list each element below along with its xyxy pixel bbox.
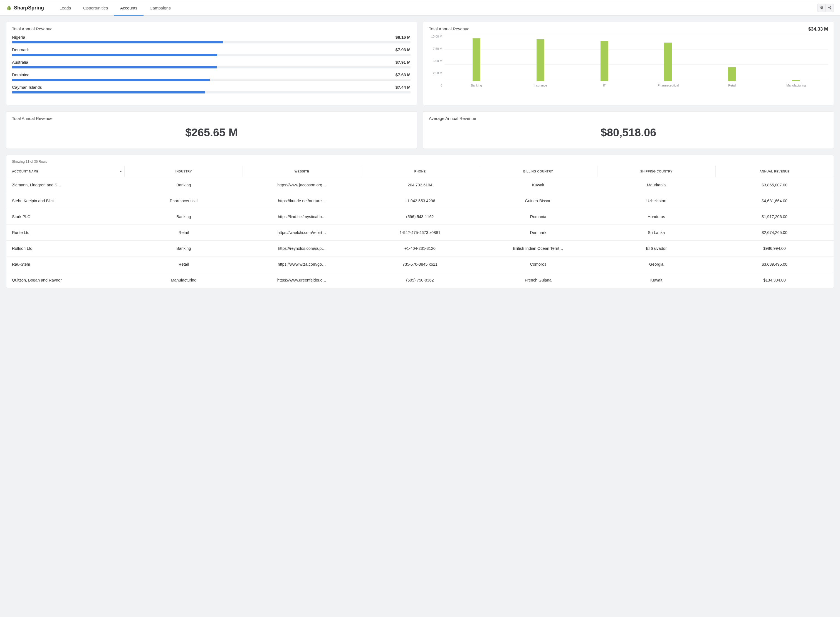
table-cell: $3,865,007.00 [715, 177, 834, 193]
toolbar-buttons [817, 4, 834, 12]
bar [728, 67, 736, 81]
table-cell: Stark PLC [6, 209, 125, 225]
bar-label: Pharmaceutical [657, 84, 679, 87]
share-icon [828, 6, 832, 10]
svg-line-10 [829, 8, 830, 9]
table-cell: https://kunde.net/nurture… [243, 193, 361, 209]
table-cell: 1-942-475-4673 x0881 [361, 225, 479, 241]
table-row[interactable]: Stehr, Koelpin and BlickPharmaceuticalht… [6, 193, 834, 209]
y-tick: 2.50 M [433, 71, 442, 75]
bar [664, 43, 672, 81]
progress-bar [12, 66, 411, 68]
svg-line-9 [829, 7, 830, 7]
table-cell: El Salvador [597, 241, 715, 257]
avg-revenue-card: Average Annual Revenue $80,518.06 [423, 111, 834, 149]
industry-revenue-card: Total Annual Revenue $34.33 M 10.00 M7.5… [423, 22, 834, 105]
bar-retail: Retail [700, 35, 764, 87]
table-cell: Mauritania [597, 177, 715, 193]
bar-chart: 10.00 M7.50 M5.00 M2.50 M0 BankingInsura… [429, 35, 828, 93]
bar-it: IT [572, 35, 637, 87]
progress-bar [12, 41, 411, 43]
table-cell: Ziemann, Lindgren and S… [6, 177, 125, 193]
country-row: Cayman Islands$7.44 M [12, 85, 411, 93]
card-title: Average Annual Revenue [429, 116, 828, 121]
table-cell: +1-404-231-3120 [361, 241, 479, 257]
table-cell: $3,689,495.00 [715, 257, 834, 272]
table-cell: Runte Ltd [6, 225, 125, 241]
logo[interactable]: SharpSpring [6, 5, 44, 11]
country-name: Nigeria [12, 35, 25, 40]
table-cell: Manufacturing [125, 272, 243, 288]
column-header[interactable]: ANNUAL REVENUE [715, 166, 834, 177]
plot-area: BankingInsuranceITPharmaceuticalRetailMa… [445, 35, 828, 93]
table-row[interactable]: Runte LtdRetailhttps://waelchi.com/rebir… [6, 225, 834, 241]
bar-banking: Banking [445, 35, 508, 87]
country-value: $7.63 M [395, 72, 411, 77]
metric-value: $80,518.06 [429, 121, 828, 144]
table-meta: Showing 11 of 35 Rows [6, 155, 834, 166]
nav-left: SharpSpring LeadsOpportunitiesAccountsCa… [6, 0, 177, 16]
bar-label: Insurance [534, 84, 547, 87]
country-name: Dominica [12, 72, 29, 77]
table-cell: (605) 750-0362 [361, 272, 479, 288]
table-cell: Rau-Stehr [6, 257, 125, 272]
y-tick: 7.50 M [433, 47, 442, 50]
table-row[interactable]: Rolfson LtdBankinghttps://reynolds.com/s… [6, 241, 834, 257]
sort-caret-icon: ▾ [120, 170, 122, 173]
progress-bar [12, 91, 411, 93]
table-cell: Retail [125, 225, 243, 241]
progress-bar [12, 79, 411, 81]
table-row[interactable]: Stark PLCBankinghttps://lind.biz/mystica… [6, 209, 834, 225]
table-cell: $4,631,664.00 [715, 193, 834, 209]
card-title: Total Annual Revenue [12, 27, 411, 31]
column-header[interactable]: BILLING COUNTRY [479, 166, 597, 177]
table-cell: Pharmaceutical [125, 193, 243, 209]
table-cell: 204.793.6104 [361, 177, 479, 193]
total-revenue-card: Total Annual Revenue $265.65 M [6, 111, 417, 149]
bar-label: IT [603, 84, 606, 87]
svg-point-4 [821, 8, 822, 9]
table-cell: British Indian Ocean Territ… [479, 241, 597, 257]
nav-tab-campaigns[interactable]: Campaigns [143, 1, 177, 16]
table-row[interactable]: Quitzon, Bogan and RaynorManufacturinght… [6, 272, 834, 288]
column-header[interactable]: INDUSTRY [125, 166, 243, 177]
column-header[interactable]: PHONE [361, 166, 479, 177]
column-header[interactable]: WEBSITE [243, 166, 361, 177]
column-header[interactable]: ACCOUNT NAME▾ [6, 166, 125, 177]
table-cell: French Guiana [479, 272, 597, 288]
table-cell: Comoros [479, 257, 597, 272]
card-title: Total Annual Revenue [12, 116, 411, 121]
table-cell: Retail [125, 257, 243, 272]
country-list[interactable]: Nigeria$8.16 MDenmark$7.93 MAustralia$7.… [12, 35, 414, 105]
column-header[interactable]: SHIPPING COUNTRY [597, 166, 715, 177]
table-row[interactable]: Rau-StehrRetailhttps://www.wiza.com/go…7… [6, 257, 834, 272]
country-row: Dominica$7.63 M [12, 72, 411, 81]
y-tick: 5.00 M [433, 59, 442, 63]
table-cell: https://www.jacobson.org… [243, 177, 361, 193]
country-value: $7.44 M [395, 85, 411, 90]
settings-button[interactable] [817, 4, 825, 12]
accounts-table-card: Showing 11 of 35 Rows ACCOUNT NAME▾INDUS… [6, 155, 834, 288]
y-axis: 10.00 M7.50 M5.00 M2.50 M0 [429, 35, 445, 93]
svg-point-3 [820, 7, 820, 7]
table-cell: Banking [125, 209, 243, 225]
nav-tab-opportunities[interactable]: Opportunities [77, 1, 114, 16]
country-name: Denmark [12, 47, 29, 52]
nav-tab-leads[interactable]: Leads [53, 1, 77, 16]
bar [536, 39, 544, 81]
svg-point-5 [822, 7, 823, 7]
bar-label: Manufacturing [786, 84, 806, 87]
accounts-table: ACCOUNT NAME▾INDUSTRYWEBSITEPHONEBILLING… [6, 166, 834, 288]
table-row[interactable]: Ziemann, Lindgren and S…Bankinghttps://w… [6, 177, 834, 193]
share-button[interactable] [825, 4, 834, 12]
bar-label: Banking [471, 84, 482, 87]
nav-tab-accounts[interactable]: Accounts [114, 1, 143, 16]
card-header: Total Annual Revenue $34.33 M [429, 27, 828, 32]
table-cell: Rolfson Ltd [6, 241, 125, 257]
progress-bar [12, 54, 411, 56]
bar [601, 41, 608, 81]
table-cell: Honduras [597, 209, 715, 225]
table-cell: Kuwait [479, 177, 597, 193]
table-cell: Romania [479, 209, 597, 225]
card-title: Total Annual Revenue [429, 27, 470, 31]
